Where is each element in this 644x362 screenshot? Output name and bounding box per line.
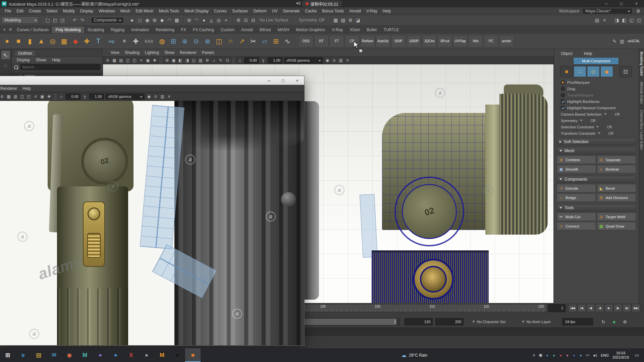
menu-item[interactable]: V-Ray bbox=[364, 9, 380, 13]
shelf-gear-icon[interactable]: ⚙ bbox=[7, 26, 13, 33]
edge-mode-icon[interactable]: ◇ bbox=[587, 66, 600, 77]
dock-tab[interactable]: Channel Box / Layer Editor bbox=[640, 110, 643, 150]
sculpt-smooth-shelf-icon[interactable]: ∿ bbox=[282, 35, 293, 47]
components-section-header[interactable]: Components bbox=[557, 176, 636, 183]
viewport-toolbar-icon[interactable]: ◉ bbox=[146, 93, 152, 100]
marquee-select-icon[interactable]: ⊡ bbox=[619, 66, 632, 77]
taskbar-app-icon-4[interactable]: X bbox=[123, 348, 139, 362]
snap-to-grid-icon[interactable]: ⊞ bbox=[185, 16, 193, 24]
shelf-custom-button[interactable]: 1000P bbox=[407, 35, 421, 47]
statusline-grip[interactable] bbox=[292, 16, 294, 24]
shelf-tab[interactable]: Rendering bbox=[152, 26, 177, 33]
option-control-icon[interactable] bbox=[561, 80, 565, 84]
new-scene-icon[interactable]: ▢ bbox=[44, 16, 51, 24]
shelf-uvscal-button[interactable]: uvSCAL bbox=[626, 39, 641, 43]
action-center-icon[interactable]: ▭ bbox=[632, 348, 642, 362]
menu-item[interactable]: Windows bbox=[96, 9, 118, 13]
floating-menu-item[interactable]: Help bbox=[20, 86, 34, 91]
maya-taskbar-icon[interactable]: M bbox=[154, 348, 170, 362]
menu-item[interactable]: Deform bbox=[251, 9, 269, 13]
svg-tool-icon[interactable]: svg bbox=[104, 35, 119, 47]
exposure-field[interactable]: 0.00 bbox=[66, 94, 80, 100]
snap-to-center-icon[interactable]: ◎ bbox=[215, 16, 222, 24]
taskbar-app-icon-3[interactable]: ● bbox=[108, 348, 123, 362]
minimize-button[interactable]: ─ bbox=[599, 0, 614, 7]
poly-pipe-icon[interactable]: ✚ bbox=[81, 35, 93, 47]
shelf-tab[interactable]: Motion Graphics bbox=[292, 26, 328, 33]
snap-together-icon[interactable]: ⌖ bbox=[119, 35, 130, 47]
mask-handles-icon[interactable]: ⊞ bbox=[151, 16, 158, 24]
language-indicator[interactable]: ENG bbox=[600, 353, 609, 357]
move-snap-icon[interactable]: ✚ bbox=[130, 35, 142, 47]
current-frame-field[interactable]: 1 bbox=[548, 304, 566, 312]
shelf-tab[interactable]: Bifrost bbox=[256, 26, 274, 33]
shelf-custom-button[interactable]: ReNam bbox=[360, 35, 375, 47]
shelf-tab[interactable]: Animation bbox=[128, 26, 152, 33]
exposure-field[interactable]: 0.00 bbox=[244, 57, 259, 63]
tools-section-header[interactable]: Tools bbox=[557, 204, 636, 212]
mail-icon[interactable]: ✉ bbox=[46, 348, 62, 362]
display-tray-icon[interactable]: ▭ bbox=[586, 353, 590, 357]
menu-set-dropdown[interactable]: Modeling bbox=[1, 16, 39, 24]
recorder-app-icon[interactable]: ■ bbox=[185, 348, 201, 362]
type-tool-icon[interactable]: T bbox=[93, 35, 104, 47]
volume-tray-icon[interactable]: ◄) bbox=[592, 353, 597, 357]
viewport-toolbar-icon[interactable]: ⊘ bbox=[0, 93, 5, 100]
tray-icon-5[interactable]: ● bbox=[566, 353, 570, 357]
display-layer-icon[interactable]: ◪ bbox=[354, 16, 362, 24]
toolbar-grip[interactable] bbox=[54, 93, 56, 100]
auto-key-icon[interactable]: ■ bbox=[610, 318, 619, 325]
select-tool-icon[interactable]: ↖ bbox=[1, 50, 10, 60]
mesh-section-header[interactable]: Mesh bbox=[557, 147, 636, 155]
viewport-toolbar-icon[interactable]: ◰ bbox=[25, 93, 32, 100]
shelf-custom-button[interactable]: UVFlap bbox=[453, 35, 468, 47]
menu-item[interactable]: Mesh Display bbox=[182, 9, 211, 13]
toolkit-button[interactable]: ⊞ Add Divisions bbox=[597, 193, 636, 202]
multi-cut-shelf-icon[interactable]: ✂ bbox=[248, 35, 259, 47]
toolkit-option-row[interactable]: Drag bbox=[557, 85, 636, 92]
option-control-icon[interactable] bbox=[561, 93, 565, 97]
shelf-tab[interactable]: V-Ray bbox=[329, 26, 346, 33]
combine-shelf-icon[interactable]: ◍ bbox=[156, 35, 168, 47]
toolkit-button[interactable]: ◼ Smooth bbox=[557, 165, 596, 173]
floating-maximize-button[interactable]: □ bbox=[276, 76, 290, 85]
toolkit-option-row[interactable]: Pick/Marquee bbox=[557, 79, 636, 85]
face-mode-icon[interactable]: ◆ bbox=[600, 66, 613, 77]
toolkit-option-row[interactable]: Selection Constraint Off bbox=[557, 124, 636, 130]
shelf-tab[interactable]: Curves / Surfaces bbox=[13, 26, 52, 33]
toolkit-option-row[interactable]: Symmetry Off bbox=[557, 117, 636, 124]
tray-icon-3[interactable]: ● bbox=[552, 353, 556, 357]
shelf-tab[interactable]: Bullet bbox=[363, 26, 380, 33]
pencil-shelf-icon[interactable]: ✎ bbox=[611, 38, 618, 45]
vertex-mode-icon[interactable]: ∷ bbox=[574, 66, 586, 77]
toolkit-button[interactable]: ↗ Extrude bbox=[557, 184, 596, 192]
fps-dropdown[interactable]: 24 fps bbox=[562, 318, 593, 325]
play-forwards-button[interactable]: ▶ bbox=[604, 304, 613, 312]
mask-surfaces-icon[interactable]: ▦ bbox=[173, 16, 180, 24]
viewport-toolbar-icon[interactable]: ▣ bbox=[170, 57, 177, 64]
attribute-editor-toggle-icon[interactable]: ◨ bbox=[613, 16, 621, 24]
viewport-toolbar-icon[interactable]: ◱ bbox=[191, 57, 197, 64]
reference-viewport[interactable]: 02 a a a a a a a a alamy bbox=[0, 101, 304, 345]
dock-tab[interactable]: Attribute Editor bbox=[640, 82, 643, 104]
mask-curves-icon[interactable]: ◠ bbox=[166, 16, 173, 24]
poly-torus-icon[interactable]: ◎ bbox=[47, 35, 58, 47]
boolean-union-icon[interactable]: ⊕ bbox=[179, 35, 191, 47]
viewport-toolbar-icon[interactable]: ☼ bbox=[211, 57, 217, 64]
shelf-custom-button[interactable]: OSS bbox=[299, 35, 313, 47]
menu-item[interactable]: Help bbox=[380, 9, 394, 13]
poly-cylinder-icon[interactable]: ▮ bbox=[24, 35, 36, 47]
mask-joints-icon[interactable]: ◆ bbox=[158, 16, 166, 24]
menu-item[interactable]: Select bbox=[44, 9, 60, 13]
shelf-custom-button[interactable]: AutoSe bbox=[376, 35, 390, 47]
exposure-icon[interactable]: ☼ bbox=[58, 93, 65, 100]
viewport-toolbar-icon[interactable]: ⊞ bbox=[164, 57, 170, 64]
make-live-icon[interactable]: ⌖ bbox=[222, 16, 230, 24]
menu-item[interactable]: Modify bbox=[60, 9, 77, 13]
selection-mode-dropdown[interactable]: Components bbox=[91, 17, 124, 23]
shelf-menu-icon[interactable]: ▾ bbox=[1, 26, 7, 33]
taskbar-app-icon-1[interactable]: M bbox=[77, 348, 93, 362]
select-by-hierarchy-icon[interactable]: ► bbox=[129, 16, 136, 24]
toolkit-button[interactable]: ∿ Connect bbox=[557, 222, 596, 230]
statusline-grip[interactable] bbox=[40, 16, 43, 24]
